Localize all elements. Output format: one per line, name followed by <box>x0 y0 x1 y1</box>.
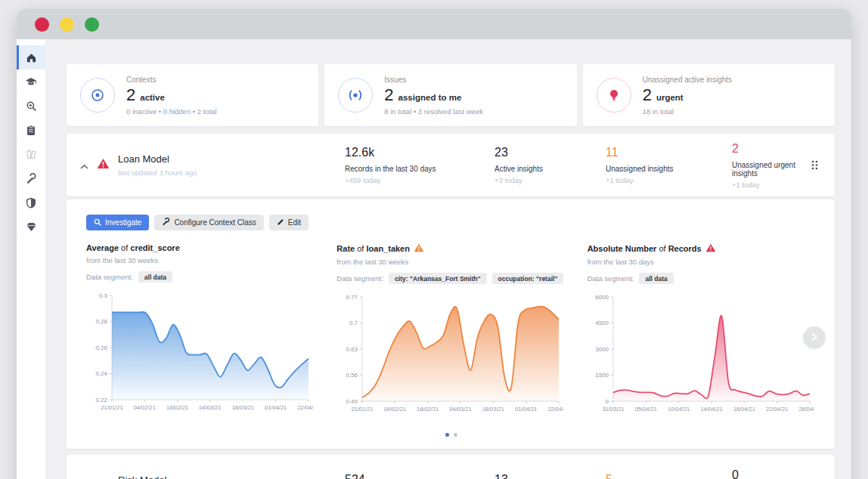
next-page-button[interactable] <box>803 326 826 349</box>
svg-text:18/03/21: 18/03/21 <box>232 404 254 411</box>
unassigned-insights-card: Unassigned active insights 2 urgent 18 i… <box>583 64 835 126</box>
chart-subtitle: from the last 30 weeks <box>336 258 566 266</box>
chevron-right-icon <box>811 332 817 344</box>
svg-text:05/04/21: 05/04/21 <box>634 406 656 413</box>
card-subtext: 18 in total <box>643 107 732 116</box>
svg-text:0.3: 0.3 <box>99 292 108 299</box>
svg-text:04/03/21: 04/03/21 <box>450 406 472 413</box>
drag-handle-icon[interactable] <box>808 160 821 170</box>
segment-badge: all data <box>138 271 172 283</box>
sidebar-item-models[interactable] <box>17 70 45 94</box>
svg-text:21/01/21: 21/01/21 <box>101 404 122 411</box>
home-icon <box>26 52 37 63</box>
data-segment-row: Data segment: all data <box>86 271 315 283</box>
pagination-dot-active[interactable] <box>445 433 449 437</box>
stat-unassigned-urgent-insights: 0 Unassigned urgent insights <box>732 468 808 479</box>
svg-text:0.24: 0.24 <box>95 370 107 377</box>
segment-badge: occupation: "retail" <box>492 273 564 284</box>
collapse-chevron-up-icon[interactable] <box>80 159 88 172</box>
chart-rate-loan-taken: Rate of loan_taken from the last 30 week… <box>336 243 566 421</box>
svg-text:18/03/21: 18/03/21 <box>482 406 504 413</box>
card-label: Contexts <box>126 76 217 84</box>
card-value: 2 <box>384 85 393 105</box>
sidebar-item-library[interactable] <box>17 142 45 166</box>
area-chart-loan-taken: 0.770.70.630.560.4921/01/2104/02/2118/02… <box>336 291 566 421</box>
svg-text:0: 0 <box>605 398 609 405</box>
configure-context-class-button[interactable]: Configure Context Class <box>154 215 263 230</box>
stat-records: 524 Records in the last 30 days <box>345 473 494 479</box>
stat-unassigned-insights: 11 Unassigned insights +1 today <box>606 146 732 184</box>
segment-badge: city: "Arkansas_Fort Smith" <box>389 273 486 284</box>
main-content: Contexts 2 active 0 inactive • 0 hidden … <box>45 39 851 479</box>
detail-toolbar: Investigate Configure Context Class Edit <box>86 215 817 230</box>
loan-model-detail-panel: Investigate Configure Context Class Edit <box>67 199 835 449</box>
chart-title: Absolute Number of Records <box>587 243 817 254</box>
card-label: Unassigned active insights <box>643 76 732 84</box>
app-window: Contexts 2 active 0 inactive • 0 hidden … <box>17 9 851 479</box>
stat-active-insights: 23 Active insights +3 today <box>494 146 606 184</box>
pagination-dot[interactable] <box>454 433 457 437</box>
svg-text:0.63: 0.63 <box>346 346 358 353</box>
sidebar-item-security[interactable] <box>17 190 45 215</box>
chart-subtitle: from the last 30 days <box>587 258 817 266</box>
svg-text:22/04/21: 22/04/21 <box>297 404 313 411</box>
model-title: Risk Model <box>118 474 196 479</box>
card-subtext: 0 inactive • 0 hidden • 2 total <box>126 107 217 116</box>
gem-icon <box>26 221 37 232</box>
svg-text:0.22: 0.22 <box>95 397 107 403</box>
sidebar-item-reports[interactable] <box>17 118 45 142</box>
zoom-in-icon <box>26 100 37 112</box>
card-suffix: urgent <box>656 93 684 102</box>
carousel-pagination <box>86 421 817 444</box>
clipboard-icon <box>26 125 36 136</box>
sidebar-item-insights[interactable] <box>17 215 45 239</box>
model-title: Loan Model <box>118 153 197 165</box>
chart-absolute-records: Absolute Number of Records from the last… <box>587 243 817 421</box>
warning-triangle-icon <box>97 158 110 172</box>
svg-text:22/04/21: 22/04/21 <box>766 406 788 413</box>
svg-text:01/04/21: 01/04/21 <box>265 404 287 411</box>
zoom-window-button[interactable] <box>85 17 99 32</box>
summary-cards: Contexts 2 active 0 inactive • 0 hidden … <box>67 64 835 126</box>
issues-card: Issues 2 assigned to me 8 in total • 3 r… <box>324 64 576 126</box>
stat-records: 12.6k Records in the last 30 days +459 t… <box>345 146 494 184</box>
card-label: Issues <box>384 76 483 84</box>
svg-text:28/04/21: 28/04/21 <box>798 406 814 413</box>
svg-text:3000: 3000 <box>595 346 609 353</box>
investigate-button[interactable]: Investigate <box>86 215 149 230</box>
svg-text:14/04/21: 14/04/21 <box>700 406 722 413</box>
chart-average-credit-score: Average of credit_score from the last 30… <box>86 243 315 421</box>
bulb-icon <box>597 78 631 113</box>
svg-text:18/04/21: 18/04/21 <box>733 406 755 413</box>
sidebar-item-search[interactable] <box>17 94 45 118</box>
close-window-button[interactable] <box>35 17 49 32</box>
chart-title: Average of credit_score <box>86 243 315 252</box>
svg-text:04/02/21: 04/02/21 <box>134 404 156 411</box>
area-chart-records: 6000450030001500031/03/2105/04/2110/04/2… <box>587 291 817 421</box>
svg-text:18/02/21: 18/02/21 <box>166 404 188 411</box>
svg-text:0.77: 0.77 <box>346 294 358 301</box>
minimize-window-button[interactable] <box>60 17 74 32</box>
card-suffix: active <box>140 93 165 102</box>
card-value: 2 <box>643 85 652 105</box>
graduation-cap-icon <box>25 76 37 88</box>
sidebar-item-tools[interactable] <box>17 166 45 190</box>
stat-unassigned-insights: 5 Unassigned insights <box>606 473 732 479</box>
card-subtext: 8 in total • 3 resolved last week <box>384 107 483 116</box>
svg-text:10/04/21: 10/04/21 <box>668 406 690 413</box>
warning-triangle-icon <box>705 243 716 254</box>
card-suffix: assigned to me <box>398 93 462 102</box>
sidebar-item-home[interactable] <box>17 45 45 70</box>
edit-button[interactable]: Edit <box>269 215 308 230</box>
svg-text:4500: 4500 <box>595 320 609 326</box>
model-updated: last updated 3 hours ago <box>118 168 197 177</box>
svg-text:6000: 6000 <box>595 294 609 301</box>
sidebar <box>17 39 45 479</box>
svg-text:31/03/21: 31/03/21 <box>602 406 624 413</box>
warning-triangle-icon <box>414 243 424 254</box>
svg-text:0.49: 0.49 <box>346 398 358 405</box>
area-chart-credit-score: 0.30.280.260.240.2221/01/2104/02/2118/02… <box>86 289 315 419</box>
segment-badge: all data <box>639 273 673 284</box>
loan-model-row: Loan Model last updated 3 hours ago 12.6… <box>67 134 835 196</box>
data-segment-row: Data segment: all data <box>587 273 817 284</box>
